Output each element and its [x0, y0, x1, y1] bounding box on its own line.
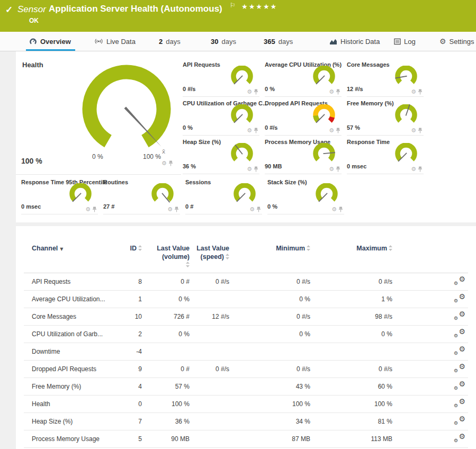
gauge-tile-cpu-garbage[interactable]: CPU Utilization of Garbage C... 0 % ⚙: [183, 97, 259, 136]
gear-icon[interactable]: ⚙: [247, 128, 252, 133]
gauge-tile-average-cpu[interactable]: Average CPU Utilization (%) 0 % ⚙: [265, 58, 342, 97]
gauge-tile-api-requests[interactable]: API Requests 0 #/s ⚙: [183, 58, 259, 97]
col-header-channel[interactable]: Channel▼: [24, 239, 119, 273]
gear-icon[interactable]: ⚙: [329, 89, 334, 95]
gauge-value: 0 %: [267, 203, 277, 210]
gauge-tile-process-memory[interactable]: Process Memory Usage 90 MB ⚙: [265, 136, 342, 174]
channel-name[interactable]: Core Messages: [24, 308, 119, 325]
gauge-tile-heap-size[interactable]: Heap Size (%) 36 % ⚙: [183, 136, 259, 174]
gauge-value: 57 %: [347, 124, 360, 131]
pin-icon[interactable]: [418, 166, 423, 172]
tab-2-days[interactable]: 2 days: [159, 32, 181, 51]
pin-icon[interactable]: [254, 166, 258, 172]
tile-tools: ⚙: [247, 166, 258, 172]
sort-icon: [138, 245, 142, 251]
tab-365-days[interactable]: 365 days: [264, 32, 293, 51]
edit-channel-gears-icon[interactable]: ⚙⚙: [454, 328, 465, 338]
tab-log[interactable]: Log: [394, 32, 416, 51]
gauge-tile-response-time[interactable]: Response Time 0 msec ⚙: [347, 136, 424, 174]
gear-icon[interactable]: ⚙: [329, 166, 334, 172]
edit-channel-gears-icon[interactable]: ⚙⚙: [454, 433, 465, 443]
channel-id: 0: [119, 395, 145, 412]
channel-name[interactable]: Free Memory (%): [24, 378, 119, 395]
health-gauge-label: Health: [22, 61, 43, 69]
gear-icon[interactable]: ⚙: [161, 160, 167, 166]
edit-channel-gears-icon[interactable]: ⚙⚙: [454, 293, 465, 303]
col-header-line2: (speed): [201, 253, 224, 261]
health-tile-tools: ⚙: [161, 160, 173, 166]
last-value-speed: [192, 378, 232, 395]
gear-icon[interactable]: ⚙: [249, 206, 255, 212]
pin-icon[interactable]: [254, 89, 258, 95]
channel-name[interactable]: Process Memory Usage: [24, 430, 119, 447]
pin-icon[interactable]: [92, 206, 97, 212]
status-badge: OK: [29, 17, 39, 24]
gauge-tile-free-memory[interactable]: Free Memory (%) 57 % ⚙: [347, 97, 424, 136]
gear-icon[interactable]: ⚙: [85, 206, 91, 212]
health-scale-min: 0 %: [92, 153, 103, 160]
gear-icon[interactable]: ⚙: [247, 166, 252, 172]
pin-icon[interactable]: [338, 206, 343, 212]
channel-name[interactable]: CPU Utilization of Garb...: [24, 325, 119, 343]
channel-id: 8: [119, 273, 145, 290]
gauge-tile-stack-size[interactable]: Stack Size (%) 0 % ⚙: [267, 176, 344, 214]
pin-icon[interactable]: [418, 128, 423, 133]
col-header-id[interactable]: ID: [119, 239, 145, 273]
channel-name[interactable]: Heap Size (%): [24, 412, 119, 430]
tab-overview[interactable]: Overview: [29, 32, 71, 51]
priority-stars[interactable]: ★★★★★: [241, 3, 277, 11]
channel-name[interactable]: Downtime: [24, 343, 119, 360]
edit-channel-gears-icon[interactable]: ⚙⚙: [454, 346, 465, 355]
gauges-panel: Health x̄ 0 % 100 % 100 % ⚙ API Requests…: [16, 51, 476, 222]
tab-live-data[interactable]: Live Data: [94, 32, 136, 51]
edit-channel-gears-icon[interactable]: ⚙⚙: [454, 311, 465, 320]
gear-icon[interactable]: ⚙: [167, 206, 173, 212]
flag-icon[interactable]: ⚐: [230, 2, 236, 9]
health-scale-max: 100 %: [143, 153, 161, 160]
tab-historic-data[interactable]: Historic Data: [329, 32, 380, 51]
gear-icon[interactable]: ⚙: [247, 89, 252, 95]
edit-channel-gears-icon[interactable]: ⚙⚙: [454, 416, 465, 425]
health-gauge-tile[interactable]: Health x̄ 0 % 100 % 100 % ⚙: [16, 51, 181, 175]
channel-name[interactable]: Average CPU Utilization...: [24, 290, 119, 308]
pin-icon[interactable]: [256, 206, 261, 212]
pin-icon[interactable]: [336, 128, 340, 133]
minimum-value: 87 MB: [232, 430, 313, 447]
gauge-tile-dropped-api[interactable]: Dropped API Requests 0 #/s ⚙: [265, 97, 342, 136]
gauge-tile-core-messages[interactable]: Core Messages 12 #/s ⚙: [347, 58, 424, 97]
col-header-last-value-volume[interactable]: Last Value (volume): [145, 239, 192, 273]
tile-tools: ⚙: [247, 89, 258, 95]
pin-icon[interactable]: [418, 89, 423, 95]
gauge-tile-routines[interactable]: Routines 27 # ⚙: [103, 176, 180, 214]
gauge-label: Core Messages: [347, 61, 390, 68]
gear-icon[interactable]: ⚙: [331, 206, 337, 212]
tile-tools: ⚙: [249, 206, 261, 212]
pin-icon[interactable]: [336, 89, 340, 95]
channel-name[interactable]: Dropped API Requests: [24, 360, 119, 378]
last-value-speed: [192, 395, 232, 412]
edit-channel-gears-icon[interactable]: ⚙⚙: [454, 381, 465, 390]
col-header-maximum[interactable]: Maximum: [313, 239, 395, 273]
channel-name[interactable]: Health: [24, 395, 119, 412]
edit-channel-gears-icon[interactable]: ⚙⚙: [454, 276, 465, 285]
pin-icon[interactable]: [336, 166, 340, 172]
pin-icon[interactable]: [254, 128, 258, 133]
last-value-speed: [192, 430, 232, 447]
edit-channel-gears-icon[interactable]: ⚙⚙: [454, 363, 465, 373]
gauge-tile-sessions[interactable]: Sessions 0 # ⚙: [185, 176, 262, 214]
tab-30-days[interactable]: 30 days: [211, 32, 236, 51]
col-header-minimum[interactable]: Minimum: [232, 239, 313, 273]
table-row: Free Memory (%) 4 57 % 43 % 60 % ⚙⚙: [24, 378, 468, 395]
gauge-tile-response-time-95th[interactable]: Response Time 95th Percentile 0 msec ⚙: [21, 176, 98, 214]
gear-icon[interactable]: ⚙: [411, 128, 416, 133]
channel-name[interactable]: API Requests: [24, 273, 119, 290]
col-header-last-value-speed[interactable]: Last Value (speed): [192, 239, 232, 273]
tab-settings[interactable]: ⚙ Settings: [439, 32, 474, 51]
gear-icon[interactable]: ⚙: [411, 166, 416, 172]
edit-channel-gears-icon[interactable]: ⚙⚙: [454, 398, 465, 408]
pin-icon[interactable]: [168, 160, 173, 166]
pin-icon[interactable]: [174, 206, 179, 212]
gear-icon[interactable]: ⚙: [411, 89, 416, 95]
gauge-value: 0 msec: [21, 203, 41, 210]
gear-icon[interactable]: ⚙: [329, 128, 334, 133]
